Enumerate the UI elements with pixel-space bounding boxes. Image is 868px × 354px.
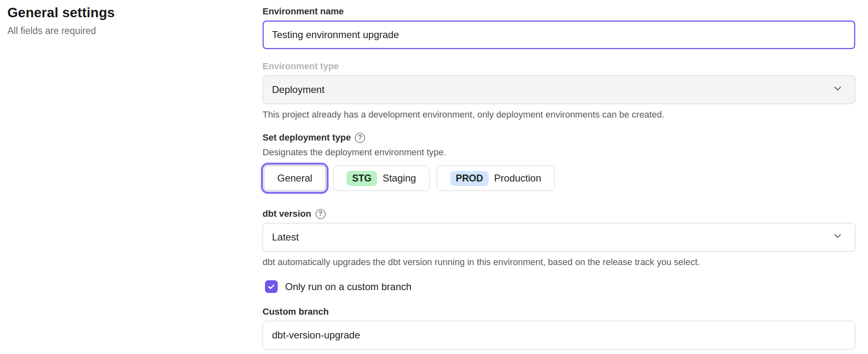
environment-settings-form: Environment name Environment type Deploy… [263, 0, 855, 349]
deployment-type-staging-button[interactable]: STG Staging [333, 166, 429, 191]
environment-type-helper: This project already has a development e… [263, 109, 855, 120]
settings-header: General settings All fields are required [7, 5, 237, 36]
production-badge: PROD [450, 171, 488, 186]
environment-name-label: Environment name [263, 6, 855, 17]
deployment-type-label-text: Set deployment type [263, 132, 351, 143]
custom-branch-input[interactable] [263, 321, 855, 349]
general-button-label: General [277, 172, 312, 184]
environment-type-select[interactable]: Deployment [263, 75, 855, 104]
custom-branch-checkbox-row: Only run on a custom branch [263, 280, 855, 293]
page-title: General settings [7, 5, 237, 20]
checkmark-icon [267, 282, 276, 291]
dbt-version-label-text: dbt version [263, 208, 311, 220]
help-icon[interactable]: ? [315, 209, 326, 219]
environment-type-label: Environment type [263, 61, 855, 72]
deployment-type-helper: Designates the deployment environment ty… [263, 147, 855, 158]
production-button-label: Production [494, 172, 541, 184]
environment-type-value: Deployment [272, 84, 324, 95]
deployment-type-production-button[interactable]: PROD Production [437, 166, 555, 191]
dbt-version-helper: dbt automatically upgrades the dbt versi… [263, 256, 855, 268]
dbt-version-value: Latest [272, 231, 299, 243]
chevron-down-icon [832, 230, 843, 244]
chevron-down-icon [832, 83, 843, 97]
dbt-version-label: dbt version ? [263, 208, 855, 220]
custom-branch-label: Custom branch [263, 306, 855, 318]
dbt-version-select[interactable]: Latest [263, 223, 855, 252]
environment-name-input[interactable] [263, 20, 855, 49]
deployment-type-options: General STG Staging PROD Production [263, 163, 855, 193]
custom-branch-checkbox-label: Only run on a custom branch [285, 281, 411, 293]
help-icon[interactable]: ? [355, 133, 365, 143]
custom-branch-checkbox[interactable] [265, 280, 278, 293]
deployment-type-label: Set deployment type ? [263, 132, 855, 143]
page-subtitle: All fields are required [7, 25, 237, 36]
staging-button-label: Staging [383, 172, 416, 184]
staging-badge: STG [347, 171, 377, 186]
deployment-type-general-button[interactable]: General [264, 166, 326, 191]
